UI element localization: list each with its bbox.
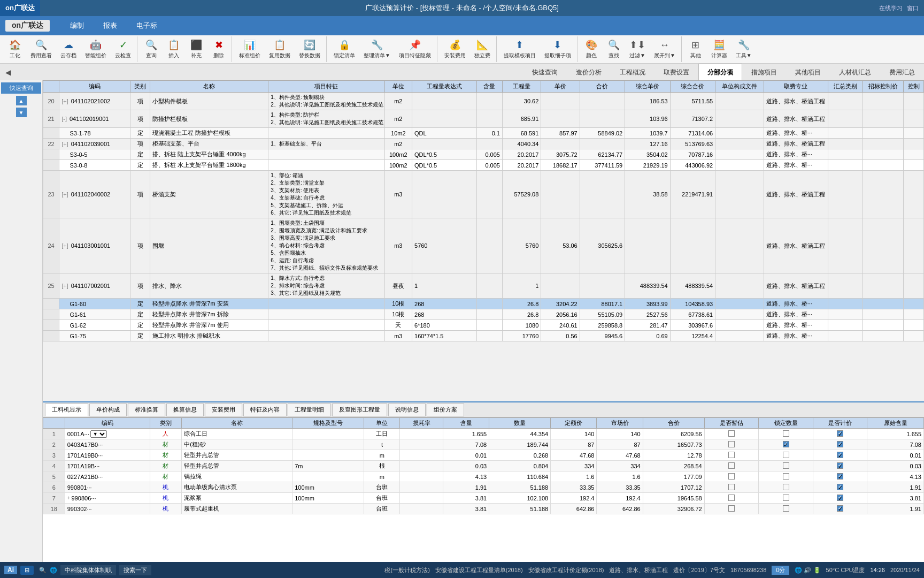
row-code[interactable]: G1-60 [59,299,130,309]
toolbar-tools[interactable]: 🔧工具▼ [732,37,756,61]
toolbar-delete[interactable]: ✖删除 [208,37,229,61]
arrow-down[interactable]: ▼ [16,108,27,117]
checkbox[interactable] [783,495,789,501]
tab-project-overview[interactable]: 工程概况 [611,64,654,80]
checkbox[interactable] [728,484,735,490]
row-expr[interactable]: QDL [412,128,477,139]
row-code[interactable]: [+] 041103001001 [59,218,130,273]
row-code[interactable]: G1-75 [59,331,130,341]
expand-icon[interactable]: [+] [61,98,68,104]
checkbox[interactable] [728,495,735,501]
toolbar-extract-template[interactable]: ⬆提取模板项目 [500,37,540,61]
tab-quick-search[interactable]: 快速查询 [523,64,567,80]
tab-fee-settings[interactable]: 取费设置 [654,64,698,80]
checkbox[interactable] [783,473,789,480]
table-row[interactable]: 25 [+] 041107002001 项 排水、降水 1、降水方式: 自行考虑… [43,273,924,299]
row-expr[interactable]: QDL*0.5 [412,149,477,160]
table-row[interactable]: G1-60 定 轻型井点降水 井管深7m 安装 10根 268 26.8 320… [43,299,924,309]
collapse-sidebar-btn[interactable]: ◀ [5,68,11,77]
table-row[interactable]: 24 [+] 041103001001 项 围堰 1、围堰类型: 土袋围堰2、围… [43,218,924,273]
tab-section-items[interactable]: 分部分项 [698,64,742,80]
taskbar-icon-1[interactable]: 🌐 [50,567,57,574]
table-row[interactable]: 23 [+] 041102040002 项 桥涵支架 1、部位: 箱涵2、支架类… [43,171,924,218]
bottom-tab-price-plan[interactable]: 组价方案 [427,404,464,416]
brow-is-temp[interactable] [704,461,759,471]
checkbox[interactable] [783,484,789,490]
taskbar-search-label[interactable]: 搜索一下 [119,565,151,575]
toolbar-find[interactable]: 🔍查找 [603,37,625,61]
tab-measures[interactable]: 措施项目 [742,64,786,80]
toolbar-search[interactable]: 🔍查询 [141,37,162,61]
brow-lock[interactable] [759,482,813,493]
checkbox[interactable]: ✓ [837,452,843,458]
toolbar-insert[interactable]: 📋插入 [163,37,184,61]
row-expr[interactable]: 6*180 [412,320,477,331]
menu-edit[interactable]: 编制 [66,19,88,33]
expand-icon[interactable]: [+] [61,242,68,249]
list-item[interactable]: 5 0227A21B0··· 材 锅拉绳 m 4.13 110.684 1.6 … [43,471,924,482]
checkbox[interactable] [783,462,789,469]
toolbar-fill[interactable]: ⬛补充 [186,37,207,61]
bottom-tab-features[interactable]: 特征及内容 [243,404,287,416]
table-row[interactable]: G1-61 定 轻型井点降水 井管深7m 拆除 10根 268 26.8 205… [43,309,924,320]
toolbar-replace-data[interactable]: 🔄替换数据 [295,37,324,61]
arrow-up[interactable]: ▲ [16,96,27,105]
checkbox[interactable] [728,462,735,469]
toolbar-other[interactable]: ⊞其他 [685,37,706,61]
table-row[interactable]: G1-62 定 轻型井点降水 井管深7m 使用 天 6*180 1080 240… [43,320,924,331]
list-item[interactable]: 3 1701A19B0··· 材 轻型井点总管 m 0.01 0.268 47.… [43,450,924,461]
checkbox[interactable] [783,430,789,437]
toolbar-hide-feature[interactable]: 📌项目特征隐藏 [395,37,435,61]
table-row[interactable]: G1-75 定 施工排水 明排水 排碱积水 m3 160*74*1.5 1776… [43,331,924,341]
list-item[interactable]: 18 990302··· 机 履带式起重机 台班 3.81 51.188 642… [43,504,924,514]
checkbox[interactable] [783,452,789,458]
table-row[interactable]: S3-0-5 定 搭、拆桩 陆上支架平台锤重 4000kg 100m2 QDL*… [43,149,924,160]
row-expr[interactable] [412,139,477,149]
brow-is-temp[interactable] [704,504,759,514]
brow-is-temp[interactable] [704,471,759,482]
brand-logo[interactable]: on广联达 [5,20,50,32]
bottom-tab-qty-detail[interactable]: 工程量明细 [288,404,331,416]
brow-is-temp[interactable] [704,429,759,439]
expand-icon[interactable]: [+] [61,141,68,147]
window-menu[interactable]: 窗口 [907,4,919,12]
checkbox[interactable]: ✓ [837,441,843,447]
toolbar-reuse-data[interactable]: 📋复用数据 [265,37,294,61]
row-expr[interactable]: 5760 [412,218,477,273]
bottom-tab-install-fee[interactable]: 安装费用 [205,404,242,416]
row-code[interactable]: S3-0-8 [59,160,130,171]
bottom-tab-description[interactable]: 说明信息 [388,404,426,416]
row-code[interactable]: [+] 041107002001 [59,273,130,299]
list-item[interactable]: 4 1701A19B··· 材 轻型井点总管 7m 根 0.03 0.804 3… [43,461,924,471]
bottom-tab-standard[interactable]: 标准换算 [128,404,165,416]
checkbox[interactable]: ✓ [783,441,789,447]
row-code[interactable]: [-] 041102019001 [59,110,130,128]
brow-lock[interactable] [759,493,813,504]
menu-report[interactable]: 报表 [99,19,121,33]
row-code[interactable]: [+] 041102021002 [59,93,130,110]
row-expr[interactable]: 1 [412,273,477,299]
bottom-tab-unit-comp[interactable]: 单价构成 [89,404,127,416]
toolbar-install-fee[interactable]: 💰安装费用 [441,37,469,61]
row-code[interactable]: [+] 041102039001 [59,139,130,149]
tab-cost-analysis[interactable]: 造价分析 [567,64,611,80]
taskbar-app-name[interactable]: 中科院集体体制职 [60,565,116,575]
table-row[interactable]: S3-1-78 定 现浇混凝土工程 防撞护栏模板 10m2 QDL 0.1 68… [43,128,924,139]
table-row[interactable]: 22 [+] 041102039001 项 柜基础支架、平台 1、柜基础支架、平… [43,139,924,149]
brow-is-temp[interactable] [704,482,759,493]
toolbar-organize-list[interactable]: 🔧整理清单▼ [360,37,394,61]
brow-is-temp[interactable] [704,439,759,450]
brow-lock[interactable] [759,504,813,514]
toolbar-cloud-save[interactable]: ☁云存档 [57,37,80,61]
brow-lock[interactable] [759,429,813,439]
list-item[interactable]: 7 + 990806··· 机 泥浆泵 100mm 台班 3.81 102.10… [43,493,924,504]
menu-electronic[interactable]: 电子标 [132,19,161,33]
table-row[interactable]: 20 [+] 041102021002 项 小型构件模板 1、构件类型: 预制砌… [43,93,924,110]
toolbar-extract-sub[interactable]: ⬇提取细子项 [541,37,575,61]
toolbar-filter[interactable]: ⬆⬇过滤▼ [626,37,649,61]
toolbar-lock-list[interactable]: 🔒锁定清单 [330,37,359,61]
toolbar-standalone-fee[interactable]: 📐独立费 [471,37,494,61]
expand-icon[interactable]: [+] [61,191,68,197]
row-expr[interactable]: QDL*0.5 [412,160,477,171]
toolbar-calculator[interactable]: 🧮计算器 [707,37,731,61]
